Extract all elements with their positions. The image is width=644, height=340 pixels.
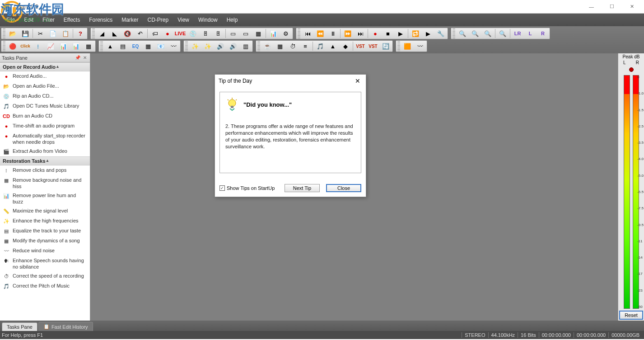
fx2-icon[interactable]: ✨ — [202, 41, 214, 51]
fast-forward-icon[interactable]: ⏩ — [342, 28, 354, 38]
task-record-audio[interactable]: ●Record Audio... — [0, 71, 90, 81]
speed-icon[interactable]: 🎵 — [314, 41, 326, 51]
task-remove-noise[interactable]: ▦Remove background noise and hiss — [0, 175, 90, 191]
batch-icon[interactable]: 📊 — [267, 28, 279, 38]
scrub-icon[interactable]: 🔧 — [435, 28, 447, 38]
normalize-icon[interactable]: ▤ — [117, 41, 129, 51]
gain-icon[interactable]: 📧 — [155, 41, 167, 51]
next-tip-button[interactable]: Next Tip — [285, 184, 320, 192]
settings-icon[interactable]: ⚙ — [280, 28, 292, 38]
peak-reset-button[interactable]: Reset — [619, 311, 643, 320]
spectral-icon[interactable]: ▦ — [83, 41, 94, 51]
channel-l-icon[interactable]: L — [524, 28, 536, 38]
ezclean-icon[interactable]: 🔴 — [7, 41, 19, 51]
mixer-icon[interactable]: 🎚 — [200, 28, 211, 38]
env-up-icon[interactable]: ▭ — [227, 28, 239, 38]
task-rip-cd[interactable]: 💿Rip an Audio CD... — [0, 91, 90, 101]
crackle-icon[interactable]: 📈 — [45, 41, 56, 51]
wave1-icon[interactable]: 🟧 — [401, 41, 413, 51]
pause-icon[interactable]: ⏸ — [327, 28, 339, 38]
grip-icon[interactable] — [453, 28, 455, 38]
task-burn-cd[interactable]: CDBurn an Audio CD — [0, 111, 90, 121]
grip-icon[interactable] — [100, 41, 103, 51]
task-maximize-level[interactable]: 📏Maximize the signal level — [0, 206, 90, 216]
pitch-icon[interactable]: ≡ — [299, 41, 311, 51]
zoom-in-icon[interactable]: 🔍 — [457, 28, 468, 38]
refresh-icon[interactable]: 🔄 — [380, 41, 392, 51]
grip-icon[interactable] — [298, 28, 300, 38]
copy-icon[interactable]: 📄 — [47, 28, 59, 38]
task-enhance-high[interactable]: ✨Enhance the high frequencies — [0, 216, 90, 226]
reverb-icon[interactable]: 🔊 — [215, 41, 226, 51]
task-wind-noise[interactable]: 〰Reduce wind noise — [0, 246, 90, 256]
task-equalize[interactable]: ▤Equalize the track to your taste — [0, 226, 90, 236]
maximize-button[interactable]: ☐ — [602, 0, 622, 13]
loop-icon[interactable]: 🔁 — [410, 28, 421, 38]
grip-icon[interactable] — [3, 28, 5, 38]
record-btn-icon[interactable]: ● — [369, 28, 381, 38]
tab-tasks-pane[interactable]: Tasks Pane — [2, 322, 37, 331]
grip-icon[interactable] — [185, 41, 188, 51]
channel-lr-icon[interactable]: LR — [512, 28, 523, 38]
stop-icon[interactable]: ■ — [382, 28, 394, 38]
pulse-icon[interactable]: ⫶ — [32, 41, 44, 51]
task-correct-speed[interactable]: ⏱Correct the speed of a recording — [0, 271, 90, 281]
zoom-full-icon[interactable]: 🔍 — [497, 28, 509, 38]
cup-icon[interactable]: ☕ — [261, 41, 273, 51]
dialog-close-icon[interactable]: ✕ — [353, 76, 362, 85]
grip-icon[interactable] — [257, 41, 260, 51]
grip-icon[interactable] — [397, 41, 400, 51]
pane-close-icon[interactable]: ✕ — [82, 55, 88, 61]
play-icon[interactable]: ▶ — [395, 28, 406, 38]
paste-icon[interactable]: 📋 — [60, 28, 71, 38]
menu-window[interactable]: Window — [194, 15, 222, 25]
rewind-icon[interactable]: ⏪ — [314, 28, 326, 38]
amplify-icon[interactable]: ▲ — [104, 41, 116, 51]
show-tips-checkbox[interactable]: ✓ Show Tips on StartUp — [219, 185, 278, 191]
click-icon[interactable]: Click — [19, 41, 31, 51]
mute-icon[interactable]: 🔇 — [121, 28, 133, 38]
fade-out-icon[interactable]: ◣ — [109, 28, 121, 38]
tab-fast-edit-history[interactable]: 📋Fast Edit History — [38, 322, 93, 331]
fx1-icon[interactable]: ✨ — [189, 41, 201, 51]
menu-cd-prep[interactable]: CD-Prep — [143, 15, 173, 25]
cut-icon[interactable]: ✂ — [34, 28, 46, 38]
play-selection-icon[interactable]: ▶ — [422, 28, 434, 38]
marker-icon[interactable]: 🏷 — [149, 28, 161, 38]
grid-icon[interactable]: ▦ — [274, 41, 286, 51]
undo-icon[interactable]: ↶ — [134, 28, 146, 38]
menu-help[interactable]: Help — [222, 15, 243, 25]
skip-start-icon[interactable]: ⏮ — [302, 28, 313, 38]
zoom-selection-icon[interactable]: 🔍 — [482, 28, 494, 38]
help-icon[interactable]: ? — [75, 28, 86, 38]
noise-icon[interactable]: 📊 — [70, 41, 82, 51]
stretch-icon[interactable]: ▲ — [327, 41, 339, 51]
analyze-icon[interactable]: ◆ — [340, 41, 351, 51]
wind-icon[interactable]: 〰 — [168, 41, 179, 51]
menu-view[interactable]: View — [173, 15, 194, 25]
eq-icon[interactable]: EQ — [130, 41, 141, 51]
menu-marker[interactable]: Marker — [117, 15, 143, 25]
minimize-button[interactable]: — — [581, 0, 602, 13]
close-tip-button[interactable]: Close — [326, 184, 361, 192]
stripes-icon[interactable]: ▥ — [240, 41, 252, 51]
task-open-audio-file[interactable]: 📂Open an Audio File... — [0, 81, 90, 91]
menu-forensics[interactable]: Forensics — [84, 15, 117, 25]
task-correct-pitch[interactable]: 🎵Correct the Pitch of Music — [0, 281, 90, 291]
task-remove-clicks[interactable]: ⫶Remove clicks and pops — [0, 165, 90, 175]
fade-in-icon[interactable]: ◢ — [96, 28, 108, 38]
section-open-record[interactable]: Open or Record Audio ▲ — [0, 62, 90, 71]
vst-icon[interactable]: VST — [355, 41, 366, 51]
hum-icon[interactable]: 📊 — [57, 41, 69, 51]
grip-icon[interactable] — [3, 41, 5, 51]
vst-plus-icon[interactable]: VST — [367, 41, 379, 51]
task-time-shift[interactable]: ●Time-shift an audio program — [0, 121, 90, 131]
clock-icon[interactable]: ⏱ — [287, 41, 299, 51]
section-restoration[interactable]: Restoration Tasks ▲ — [0, 156, 90, 165]
skip-end-icon[interactable]: ⏭ — [355, 28, 366, 38]
task-remove-hum[interactable]: 📊Remove power line hum and buzz — [0, 191, 90, 206]
record-icon[interactable]: ● — [162, 28, 173, 38]
open-icon[interactable]: 📂 — [7, 28, 19, 38]
task-open-tunes[interactable]: 🎵Open DC Tunes Music Library — [0, 101, 90, 111]
select-all-icon[interactable]: ▦ — [252, 28, 264, 38]
